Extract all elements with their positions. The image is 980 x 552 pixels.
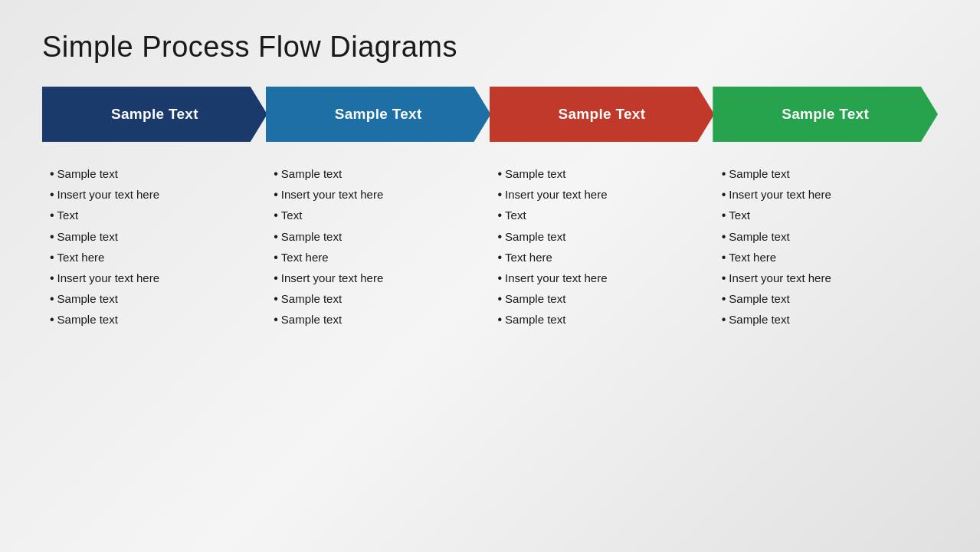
- bullet-list-1: Sample textInsert your text hereTextSamp…: [50, 163, 260, 330]
- list-item: Insert your text here: [274, 184, 483, 205]
- chevron-wrapper-3: Sample Text: [490, 87, 715, 142]
- list-item: Insert your text here: [498, 268, 708, 288]
- list-item: Sample text: [274, 163, 483, 184]
- chevron-wrapper-2: Sample Text: [266, 87, 491, 142]
- list-item: Sample text: [50, 288, 260, 309]
- content-col-1: Sample textInsert your text hereTextSamp…: [42, 163, 266, 529]
- list-item: Sample text: [498, 226, 708, 247]
- list-item: Sample text: [722, 226, 932, 247]
- list-item: Text: [50, 205, 260, 225]
- list-item: Sample text: [722, 288, 932, 309]
- list-item: Text here: [722, 247, 932, 268]
- list-item: Sample text: [50, 226, 260, 247]
- bullet-list-2: Sample textInsert your text hereTextSamp…: [274, 163, 483, 330]
- list-item: Text: [274, 205, 483, 225]
- chevron-row: Sample Text Sample Text Sample Text Samp…: [42, 87, 938, 142]
- list-item: Sample text: [722, 309, 932, 330]
- bullet-list-3: Sample textInsert your text hereTextSamp…: [498, 163, 708, 330]
- content-col-3: Sample textInsert your text hereTextSamp…: [490, 163, 714, 529]
- list-item: Insert your text here: [722, 268, 932, 288]
- list-item: Text here: [498, 247, 708, 268]
- chevron-4-label: Sample Text: [782, 106, 869, 123]
- list-item: Insert your text here: [722, 184, 932, 205]
- bullet-list-4: Sample textInsert your text hereTextSamp…: [722, 163, 932, 330]
- list-item: Sample text: [274, 288, 483, 309]
- chevron-wrapper-1: Sample Text: [42, 87, 267, 142]
- content-row: Sample textInsert your text hereTextSamp…: [42, 163, 938, 529]
- chevron-wrapper-4: Sample Text: [713, 87, 938, 142]
- chevron-2-label: Sample Text: [335, 106, 422, 123]
- content-col-2: Sample textInsert your text hereTextSamp…: [266, 163, 490, 529]
- list-item: Text here: [50, 247, 260, 268]
- chevron-4: Sample Text: [713, 87, 938, 142]
- chevron-2: Sample Text: [266, 87, 491, 142]
- list-item: Text: [722, 205, 932, 225]
- list-item: Text here: [274, 247, 483, 268]
- list-item: Sample text: [498, 309, 708, 330]
- list-item: Sample text: [274, 226, 483, 247]
- chevron-1: Sample Text: [42, 87, 267, 142]
- list-item: Insert your text here: [274, 268, 483, 288]
- list-item: Sample text: [50, 309, 260, 330]
- list-item: Sample text: [50, 163, 260, 184]
- slide-title: Simple Process Flow Diagrams: [42, 31, 938, 64]
- list-item: Sample text: [274, 309, 483, 330]
- chevron-3: Sample Text: [490, 87, 715, 142]
- list-item: Insert your text here: [498, 184, 708, 205]
- list-item: Sample text: [498, 163, 708, 184]
- list-item: Text: [498, 205, 708, 225]
- list-item: Sample text: [498, 288, 708, 309]
- list-item: Insert your text here: [50, 268, 260, 288]
- list-item: Sample text: [722, 163, 932, 184]
- list-item: Insert your text here: [50, 184, 260, 205]
- chevron-3-label: Sample Text: [558, 106, 645, 123]
- slide: Simple Process Flow Diagrams Sample Text…: [0, 0, 980, 552]
- chevron-1-label: Sample Text: [111, 106, 198, 123]
- content-col-4: Sample textInsert your text hereTextSamp…: [714, 163, 938, 529]
